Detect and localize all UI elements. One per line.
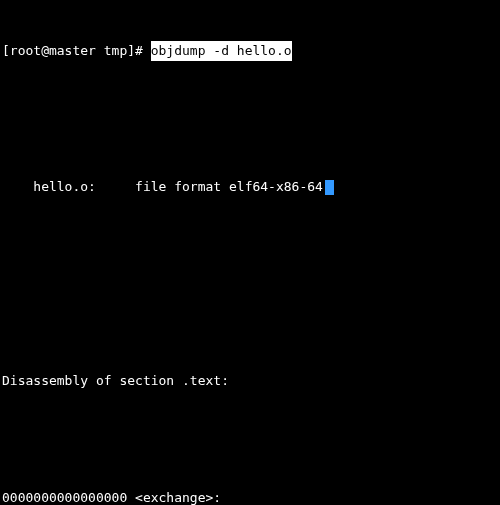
blank-line (2, 100, 498, 119)
section-header: Disassembly of section .text: (2, 371, 498, 391)
shell-prompt-line: [root@master tmp]# objdump -d hello.o (2, 41, 498, 61)
file-format-text: hello.o: file format elf64-x86-64 (33, 179, 323, 194)
file-format-line: hello.o: file format elf64-x86-64 (2, 158, 498, 217)
blank-line (2, 430, 498, 449)
shell-prompt: [root@master tmp]# (2, 41, 151, 61)
blank-line (2, 255, 498, 274)
symbol-header: 0000000000000000 <exchange>: (2, 488, 498, 506)
shell-command: objdump -d hello.o (151, 41, 292, 61)
blank-line (2, 313, 498, 332)
cursor-icon (325, 180, 334, 195)
terminal-output[interactable]: [root@master tmp]# objdump -d hello.o he… (0, 0, 500, 505)
